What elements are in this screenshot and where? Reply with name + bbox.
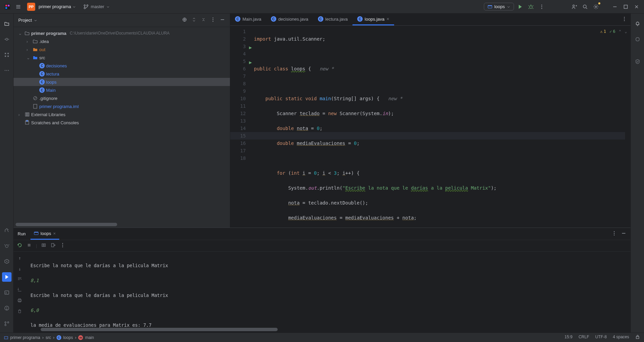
ai-assist-button[interactable] xyxy=(633,35,642,44)
run-gutter-icon[interactable]: ▶ xyxy=(249,59,252,66)
svg-rect-44 xyxy=(5,291,9,294)
tab-decisiones[interactable]: Cdecisiones.java xyxy=(266,14,313,25)
terminal-tool-button[interactable] xyxy=(2,288,12,297)
notifications-button[interactable] xyxy=(633,19,642,28)
dump-threads-button[interactable] xyxy=(41,242,46,249)
panel-options-icon[interactable] xyxy=(210,17,216,23)
tab-options-icon[interactable] xyxy=(622,16,627,23)
tree-external-libs[interactable]: ›External Libraries xyxy=(14,110,230,119)
tab-lectura[interactable]: Clectura.java xyxy=(313,14,352,25)
rerun-button[interactable] xyxy=(17,242,22,249)
svg-rect-62 xyxy=(27,113,28,116)
svg-point-38 xyxy=(4,70,5,71)
close-tab-icon[interactable]: × xyxy=(387,16,389,22)
project-selector[interactable]: primer programa xyxy=(39,4,76,9)
chevron-down-icon[interactable] xyxy=(34,19,37,22)
tree-class-lectura[interactable]: Clectura xyxy=(14,70,230,78)
svg-rect-60 xyxy=(34,104,37,108)
tree-class-decisiones[interactable]: Cdecisiones xyxy=(14,62,230,70)
hide-run-panel-icon[interactable] xyxy=(621,231,626,237)
tab-loops[interactable]: Cloops.java× xyxy=(352,14,394,25)
debug-button[interactable] xyxy=(526,2,536,12)
shield-button[interactable] xyxy=(633,57,642,66)
search-everywhere-button[interactable] xyxy=(580,2,590,12)
tree-scratches[interactable]: Scratches and Consoles xyxy=(14,119,230,127)
tree-out-folder[interactable]: ›out xyxy=(14,45,230,54)
svg-point-55 xyxy=(213,19,213,20)
run-config-selector[interactable]: loops xyxy=(484,3,514,10)
method-icon: m xyxy=(78,335,83,340)
vcs-branch[interactable]: master xyxy=(83,4,110,9)
collapse-all-icon[interactable] xyxy=(201,17,206,23)
run-output[interactable]: Escribe la nota que le darías a la pelic… xyxy=(26,252,630,328)
hide-panel-icon[interactable] xyxy=(220,17,225,23)
typos-badge[interactable]: ✓6 xyxy=(609,28,615,35)
tree-src-folder[interactable]: ⌄src xyxy=(14,54,230,62)
settings-button[interactable] xyxy=(591,2,601,12)
file-icon xyxy=(33,104,38,109)
svg-rect-11 xyxy=(488,5,492,6)
services-tool-button[interactable] xyxy=(2,257,12,266)
inspect-down-icon[interactable]: ⌄ xyxy=(625,28,627,35)
exit-button[interactable] xyxy=(50,242,56,249)
app-icon xyxy=(34,231,39,236)
tree-class-main[interactable]: CMain xyxy=(14,86,230,94)
ignore-icon xyxy=(33,95,38,101)
cursor-position[interactable]: 15:9 xyxy=(564,335,572,340)
run-more-actions-icon[interactable] xyxy=(60,242,65,249)
tree-class-loops[interactable]: Cloops xyxy=(14,78,230,86)
debug-tool-button[interactable] xyxy=(2,241,12,251)
scroll-to-end-icon[interactable] xyxy=(17,287,22,294)
class-icon: C xyxy=(39,63,45,68)
titlebar: PP primer programa master loops xyxy=(0,0,644,14)
main-menu-button[interactable] xyxy=(14,2,23,12)
code-content[interactable]: import java.util.Scanner; public class l… xyxy=(254,26,630,228)
scroll-down-icon[interactable]: ↓ xyxy=(18,265,21,273)
svg-rect-3 xyxy=(5,7,7,9)
close-button[interactable] xyxy=(632,2,641,12)
tree-gitignore[interactable]: .gitignore xyxy=(14,94,230,102)
tab-main[interactable]: CMain.java xyxy=(230,14,266,25)
tree-iml[interactable]: primer programa.iml xyxy=(14,102,230,110)
more-actions-button[interactable] xyxy=(537,2,546,12)
inspect-up-icon[interactable]: ⌃ xyxy=(619,28,621,35)
soft-wrap-icon[interactable] xyxy=(17,276,22,283)
tree-root[interactable]: ⌄primer programaC:\Users\danie\OneDrive\… xyxy=(14,29,230,37)
indent-setting[interactable]: 4 spaces xyxy=(613,335,629,340)
more-tool-button[interactable] xyxy=(2,66,12,75)
clear-icon[interactable] xyxy=(17,308,22,316)
stop-button[interactable] xyxy=(26,242,32,249)
maximize-button[interactable] xyxy=(621,2,630,12)
run-scrollbar[interactable] xyxy=(14,328,630,333)
svg-point-71 xyxy=(614,231,615,232)
structure-tool-button[interactable] xyxy=(2,50,12,60)
expand-all-icon[interactable] xyxy=(191,17,197,23)
run-button[interactable] xyxy=(515,2,525,12)
line-separator[interactable]: CRLF xyxy=(579,335,589,340)
warnings-badge[interactable]: ⚠1 xyxy=(600,28,606,35)
editor-body[interactable]: ⚠1 ✓6 ⌃ ⌄ 1 2 3▶ 4 5▶ 6 7 8 9 xyxy=(230,26,630,228)
code-with-me-button[interactable] xyxy=(570,2,579,12)
svg-rect-70 xyxy=(34,232,38,233)
readonly-lock-icon[interactable] xyxy=(635,335,640,340)
run-tab[interactable]: loops × xyxy=(30,228,59,240)
tree-idea-folder[interactable]: ›.idea xyxy=(14,37,230,45)
minimize-button[interactable] xyxy=(610,2,620,12)
build-tool-button[interactable] xyxy=(2,226,12,235)
ide-logo[interactable] xyxy=(3,2,12,12)
vcs-tool-button[interactable] xyxy=(2,319,12,328)
scroll-up-icon[interactable]: ↑ xyxy=(18,254,21,262)
problems-tool-button[interactable] xyxy=(2,303,12,313)
run-tool-button[interactable] xyxy=(2,272,12,282)
run-gutter-icon[interactable]: ▶ xyxy=(249,44,252,51)
file-encoding[interactable]: UTF-8 xyxy=(595,335,607,340)
svg-rect-37 xyxy=(7,56,9,57)
run-panel-options-icon[interactable] xyxy=(611,231,617,237)
scrollbar[interactable] xyxy=(14,224,230,228)
commit-tool-button[interactable] xyxy=(2,35,12,44)
print-icon[interactable] xyxy=(17,298,22,305)
project-tool-button[interactable] xyxy=(2,19,12,28)
select-opened-file-icon[interactable] xyxy=(182,17,187,23)
breadcrumbs[interactable]: primer programa› src› C loops› m main xyxy=(4,335,94,340)
close-run-tab-icon[interactable]: × xyxy=(53,231,56,236)
